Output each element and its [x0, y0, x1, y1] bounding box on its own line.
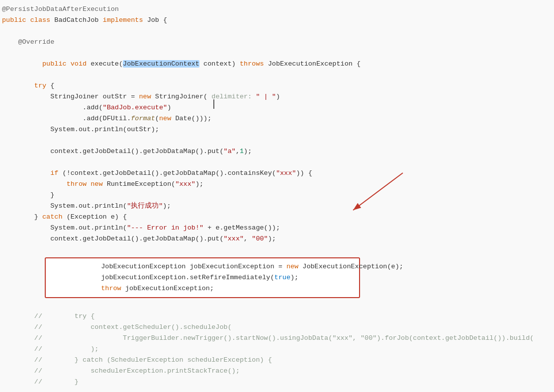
line-throw2: throw jobExecutionException; [51, 283, 354, 294]
line-comment7: // } [0, 377, 554, 388]
line-blank2 [0, 135, 554, 146]
line-context-put: context.getJobDetail().getJobDataMap().p… [0, 146, 554, 157]
line-execute: public void execute(JobExecutionContext … [0, 48, 554, 80]
highlighted-code-block: JobExecutionException jobExecutionExcept… [0, 257, 554, 298]
line-annotation: @PersistJobDataAfterExecution [0, 4, 554, 15]
line-blank6 [0, 388, 554, 392]
line-comment3: // TriggerBuilder.newTrigger().startNow(… [0, 333, 554, 344]
red-box: JobExecutionException jobExecutionExcept… [45, 257, 360, 298]
line-jee-decl: JobExecutionException jobExecutionExcept… [51, 261, 354, 272]
line-sysout2: System.out.println("执行成功"); [0, 201, 554, 212]
line-sysout1: System.out.println(outStr); [0, 124, 554, 135]
line-add2: .add(DFUtil.format(new Date())); [0, 113, 554, 124]
line-blank3 [0, 157, 554, 168]
line-blank5 [0, 300, 554, 311]
line-context-put2: context.getJobDetail().getJobDataMap().p… [0, 234, 554, 244]
line-comment4: // ); [0, 344, 554, 355]
line-class: public class BadCatchJob implements Job … [0, 15, 554, 26]
line-closing-if: } [0, 190, 554, 201]
line-blank4 [0, 244, 554, 255]
line-catch: } catch (Exception e) { [0, 212, 554, 223]
line-setrefire: jobExecutionException.setRefireImmediate… [51, 272, 354, 283]
line-comment5: // } catch (SchedulerException scheduler… [0, 355, 554, 366]
line-comment2: // context.getScheduler().scheduleJob( [0, 322, 554, 333]
line-blank1 [0, 26, 554, 37]
line-if: if (!context.getJobDetail().getJobDataMa… [0, 168, 554, 179]
line-comment1: // try { [0, 311, 554, 322]
code-editor: @PersistJobDataAfterExecution public cla… [0, 0, 554, 392]
line-override-ann: @Override [0, 37, 554, 48]
line-try: try { [0, 80, 554, 91]
line-stringjoiner: StringJoiner outStr = new StringJoiner( … [0, 91, 554, 102]
line-sysout3: System.out.println("--- Error in job!" +… [0, 223, 554, 234]
line-throw1: throw new RuntimeException("xxx"); [0, 179, 554, 190]
line-add1: .add("BadJob.execute") [0, 102, 554, 113]
line-comment6: // schedulerException.printStackTrace(); [0, 366, 554, 377]
